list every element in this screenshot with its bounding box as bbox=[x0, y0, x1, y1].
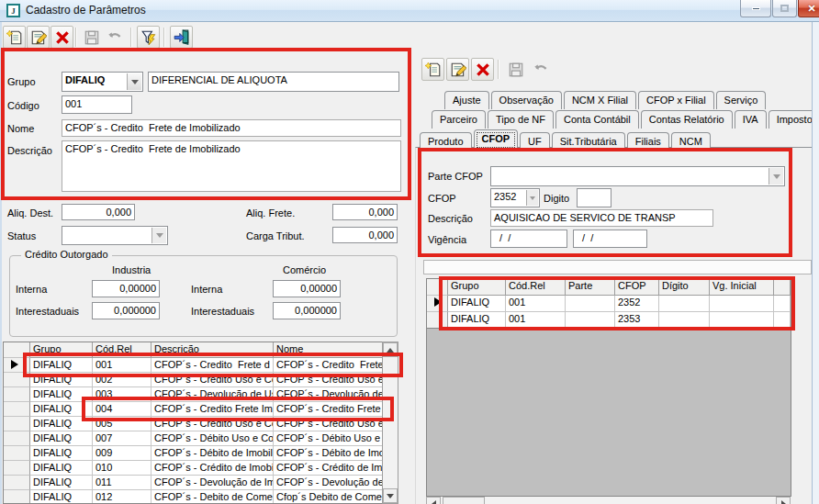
comercio-interna-field[interactable]: 0,00000 bbox=[273, 280, 341, 297]
grid-cell[interactable]: CFOP´s - Credito Frete bbox=[274, 358, 382, 373]
tab-filiais[interactable]: Filiais bbox=[627, 132, 669, 151]
tab-iva[interactable]: IVA bbox=[735, 110, 767, 129]
tab-ncm-x-filial[interactable]: NCM X Filial bbox=[564, 91, 636, 109]
detail-new-button[interactable] bbox=[421, 58, 444, 81]
grid-cell[interactable] bbox=[774, 296, 791, 312]
codigo-field[interactable]: 001 bbox=[62, 95, 132, 114]
row-selector-cell[interactable] bbox=[427, 296, 448, 312]
grid-cell[interactable]: 009 bbox=[93, 446, 151, 461]
edit-button[interactable] bbox=[27, 26, 50, 49]
scroll-left-icon[interactable] bbox=[426, 497, 441, 504]
grid-cell[interactable] bbox=[659, 312, 710, 329]
scroll-down-icon[interactable] bbox=[383, 488, 398, 503]
vigencia-end-field[interactable]: / / bbox=[573, 230, 647, 248]
tab-sit-tributaria[interactable]: Sit.Tributária bbox=[552, 132, 625, 151]
grid-cell[interactable]: 003 bbox=[93, 387, 151, 402]
row-selector-cell[interactable] bbox=[4, 373, 30, 387]
maximize-button[interactable] bbox=[772, 0, 797, 17]
grid-cell[interactable]: DIFALIQ bbox=[30, 417, 93, 431]
row-selector-cell[interactable] bbox=[4, 431, 30, 446]
grid-cell[interactable]: CFOP´s - Débito de Imobili bbox=[151, 446, 274, 461]
grid-cell[interactable]: CFOP´s - Crédito de Imc bbox=[274, 461, 382, 476]
tab-servico[interactable]: Serviço bbox=[716, 91, 767, 109]
cfop-relations-grid[interactable]: GrupoCód.RelParteCFOPDígitoVg. InicialDI… bbox=[426, 278, 791, 329]
tab-observacao[interactable]: Observação bbox=[491, 91, 562, 109]
grid-cell[interactable]: DIFALIQ bbox=[30, 402, 93, 417]
minimize-button[interactable] bbox=[740, 0, 771, 17]
grid-cell[interactable]: DIFALIQ bbox=[30, 387, 93, 402]
tab-cfop[interactable]: CFOP bbox=[474, 129, 519, 151]
grid-cell[interactable] bbox=[659, 296, 710, 312]
grid-cell[interactable]: 005 bbox=[93, 417, 151, 431]
table-row[interactable]: DIFALIQ003CFOP´s - Devolução de UsCFOP´s… bbox=[4, 387, 382, 402]
grid-cell[interactable]: 2352 bbox=[615, 296, 659, 312]
comercio-interestaduais-field[interactable]: 0,000000 bbox=[273, 302, 341, 319]
grid-cell[interactable]: CFOP´s - Débito Uso e C bbox=[274, 431, 382, 446]
grid-cell[interactable] bbox=[566, 312, 615, 329]
grid-cell[interactable]: 010 bbox=[93, 461, 151, 476]
aliq-frete-field[interactable]: 0,000 bbox=[332, 204, 398, 220]
grid-cell[interactable]: 007 bbox=[93, 431, 151, 446]
grid-cell[interactable]: CFOP´s - Credito Uso e Cc bbox=[151, 417, 274, 431]
grid-cell[interactable] bbox=[710, 296, 774, 312]
grid-cell[interactable]: 004 bbox=[93, 402, 151, 417]
chevron-down-icon[interactable] bbox=[769, 168, 783, 185]
grid-cell[interactable]: DIFALIQ bbox=[30, 476, 93, 490]
descricao-memo[interactable]: CFOP´s - Credito Frete de Imobilizado bbox=[62, 140, 401, 192]
grid-cell[interactable]: 001 bbox=[93, 358, 151, 373]
tab-contas-relatorio[interactable]: Contas Relatório bbox=[641, 110, 733, 129]
status-combobox[interactable] bbox=[62, 226, 168, 245]
table-row[interactable]: DIFALIQ010CFOP´s - Crédito de ImobiCFOP´… bbox=[4, 461, 382, 476]
column-header[interactable]: Grupo bbox=[30, 342, 93, 358]
cfop-combobox[interactable]: 2352 bbox=[490, 188, 540, 207]
right-grid-hscrollbar[interactable] bbox=[426, 497, 791, 504]
row-selector-cell[interactable] bbox=[4, 490, 30, 504]
grid-cell[interactable] bbox=[774, 312, 791, 329]
detail-edit-button[interactable] bbox=[446, 58, 469, 81]
grid-cell[interactable] bbox=[710, 312, 774, 329]
tab-uf[interactable]: UF bbox=[520, 132, 550, 151]
table-row[interactable]: DIFALIQ0012352 bbox=[427, 296, 791, 312]
new-button[interactable] bbox=[3, 26, 26, 49]
parte-cfop-combobox[interactable] bbox=[490, 166, 785, 186]
grupo-descricao-field[interactable]: DIFERENCIAL DE ALIQUOTA bbox=[148, 72, 399, 92]
table-row[interactable]: DIFALIQ009CFOP´s - Débito de ImobiliCFOP… bbox=[4, 446, 382, 461]
grid-cell[interactable]: DIFALIQ bbox=[30, 358, 93, 373]
grid-cell[interactable]: DIFALIQ bbox=[30, 461, 93, 476]
column-header[interactable]: Cód.Rel bbox=[93, 342, 151, 358]
scroll-up-icon[interactable] bbox=[383, 342, 398, 357]
grid-cell[interactable]: DIFALIQ bbox=[448, 312, 506, 329]
grid-cell[interactable]: CFOP´s - Devolução de Us bbox=[151, 387, 274, 402]
filter-button[interactable] bbox=[137, 26, 160, 49]
grid-cell[interactable]: 001 bbox=[506, 312, 566, 329]
tab-tipo-de-nf[interactable]: Tipo de NF bbox=[488, 110, 554, 129]
table-row[interactable]: DIFALIQ012CFOP´s - Debito de ComerCfop´s… bbox=[4, 490, 382, 504]
grid-cell[interactable]: DIFALIQ bbox=[30, 490, 93, 504]
tab-ncm[interactable]: NCM bbox=[671, 132, 711, 151]
tab-ajuste[interactable]: Ajuste bbox=[444, 91, 489, 109]
column-header[interactable]: Grupo bbox=[448, 279, 506, 296]
tab-conta-contabil[interactable]: Conta Contábil bbox=[555, 110, 639, 129]
grid-cell[interactable]: CFOP´s - Débito Uso e Coi bbox=[151, 431, 274, 446]
column-header[interactable]: CFOP bbox=[615, 279, 659, 296]
carga-tribut-field[interactable]: 0,000 bbox=[332, 227, 398, 243]
industria-interestaduais-field[interactable]: 0,000000 bbox=[92, 302, 160, 319]
grid-cell[interactable]: 011 bbox=[93, 476, 151, 490]
vigencia-start-field[interactable]: / / bbox=[490, 230, 567, 248]
grid-cell[interactable]: CFOP´s - Credito Uso e bbox=[274, 373, 382, 387]
grid-cell[interactable]: DIFALIQ bbox=[30, 446, 93, 461]
grid-cell[interactable]: CFOP´s - Crédito de Imobi bbox=[151, 461, 274, 476]
grupo-combobox[interactable]: DIFALIQ bbox=[62, 72, 143, 92]
industria-interna-field[interactable]: 0,00000 bbox=[92, 280, 160, 297]
tab-produto[interactable]: Produto bbox=[420, 132, 472, 151]
grid-cell[interactable]: 012 bbox=[93, 490, 151, 504]
nome-field[interactable]: CFOP´s - Credito Frete de Imobilizado bbox=[62, 119, 401, 137]
table-row[interactable]: DIFALIQ005CFOP´s - Credito Uso e CcCFOP´… bbox=[4, 417, 382, 431]
table-row[interactable]: DIFALIQ001CFOP´s - Credito Frete dCFOP´s… bbox=[4, 358, 382, 373]
grid-cell[interactable]: CFOP´s - Credito Frete I bbox=[274, 402, 382, 417]
row-selector-cell[interactable] bbox=[4, 446, 30, 461]
table-row[interactable]: DIFALIQ004CFOP´s - Credito Frete ImCFOP´… bbox=[4, 402, 382, 417]
close-button[interactable]: ✕ bbox=[798, 0, 819, 17]
grid-cell[interactable]: 001 bbox=[506, 296, 566, 312]
grid-cell[interactable]: DIFALIQ bbox=[448, 296, 506, 312]
